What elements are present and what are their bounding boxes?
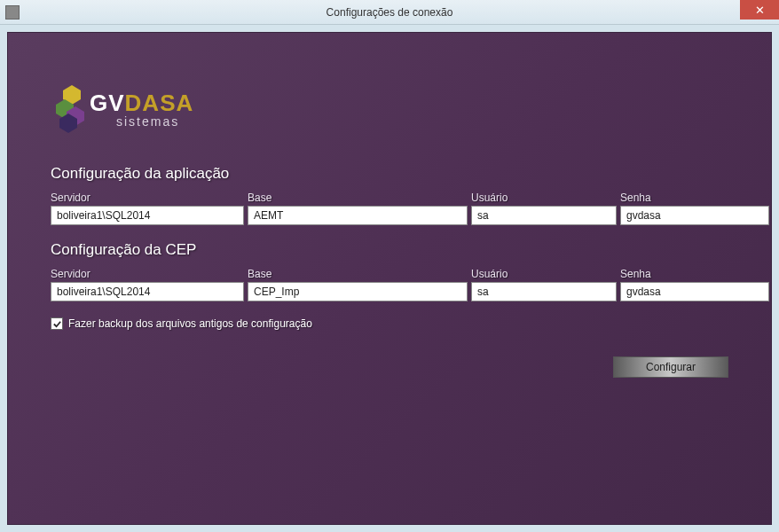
cep-base-input[interactable] — [248, 282, 468, 301]
cep-server-label: Servidor — [51, 268, 244, 280]
app-server-field: Servidor — [51, 192, 244, 225]
app-server-label: Servidor — [51, 192, 244, 204]
logo-main: GVDASA — [90, 91, 193, 114]
cep-server-input[interactable] — [51, 282, 244, 301]
section-title-app: Configuração da aplicação — [51, 165, 728, 183]
configure-button-label: Configurar — [646, 361, 696, 373]
app-base-label: Base — [248, 192, 468, 204]
cep-user-label: Usuário — [471, 268, 617, 280]
titlebar: Configurações de conexão ✕ — [0, 0, 779, 25]
app-field-row: Servidor Base Usuário Senha — [51, 192, 728, 225]
app-server-input[interactable] — [51, 206, 244, 225]
app-user-field: Usuário — [471, 192, 617, 225]
logo-icon — [51, 85, 88, 134]
cep-base-label: Base — [248, 268, 468, 280]
logo-gv: GV — [90, 90, 125, 116]
app-pass-input[interactable] — [620, 206, 769, 225]
app-pass-label: Senha — [620, 192, 769, 204]
app-user-input[interactable] — [471, 206, 617, 225]
backup-label: Fazer backup dos arquivos antigos de con… — [68, 317, 312, 330]
backup-checkbox[interactable] — [51, 317, 63, 330]
app-user-label: Usuário — [471, 192, 617, 204]
cep-server-field: Servidor — [51, 268, 244, 301]
cep-user-field: Usuário — [471, 268, 617, 301]
close-button[interactable]: ✕ — [740, 0, 779, 20]
app-pass-field: Senha — [620, 192, 769, 225]
cep-user-input[interactable] — [471, 282, 617, 301]
configure-button[interactable]: Configurar — [613, 356, 728, 378]
logo: GVDASA sistemas — [51, 85, 728, 134]
cep-pass-field: Senha — [620, 268, 769, 301]
cep-pass-input[interactable] — [620, 282, 769, 301]
backup-row: Fazer backup dos arquivos antigos de con… — [51, 317, 728, 330]
button-row: Configurar — [51, 356, 728, 378]
app-base-field: Base — [248, 192, 468, 225]
main-panel: GVDASA sistemas Configuração da aplicaçã… — [7, 32, 772, 525]
cep-base-field: Base — [248, 268, 468, 301]
check-icon — [52, 319, 62, 329]
logo-text: GVDASA sistemas — [90, 91, 193, 129]
app-base-input[interactable] — [248, 206, 468, 225]
section-title-cep: Configuração da CEP — [51, 241, 728, 259]
logo-sub: sistemas — [116, 114, 193, 129]
cep-field-row: Servidor Base Usuário Senha — [51, 268, 728, 301]
close-icon: ✕ — [755, 4, 765, 17]
window-title: Configurações de conexão — [327, 6, 453, 19]
app-icon — [5, 5, 20, 20]
logo-dasa: DASA — [125, 90, 194, 116]
cep-pass-label: Senha — [620, 268, 769, 280]
